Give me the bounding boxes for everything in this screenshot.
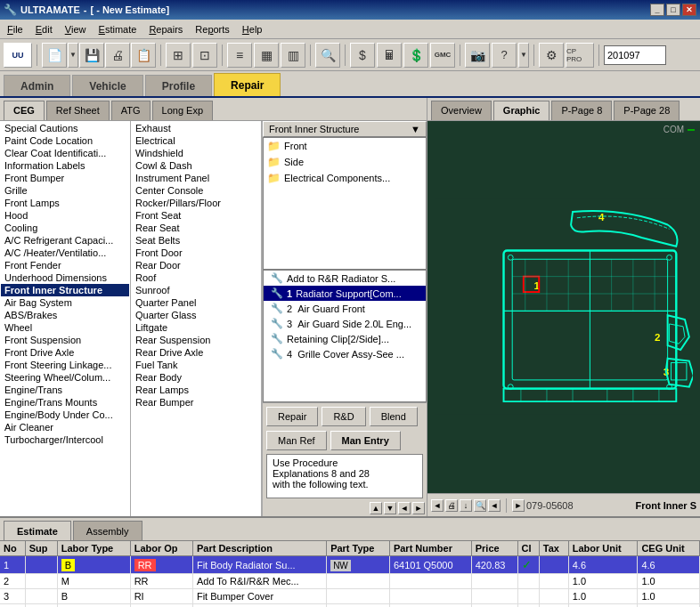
minimize-button[interactable]: _ bbox=[650, 4, 664, 16]
tb-cppro[interactable]: CP PRO bbox=[566, 43, 594, 68]
list-item[interactable]: Paint Code Location bbox=[1, 134, 129, 147]
tb-copy[interactable]: 📋 bbox=[131, 43, 156, 68]
list-item[interactable]: Information Labels bbox=[1, 159, 129, 172]
graphic-nav-print[interactable]: 🖨 bbox=[445, 499, 458, 512]
list-item[interactable]: Rear Bumper bbox=[132, 396, 260, 409]
dropdown-item-front[interactable]: 📁 Front bbox=[264, 138, 426, 154]
repair-button[interactable]: Repair bbox=[266, 407, 318, 426]
scroll-up[interactable]: ▲ bbox=[370, 502, 382, 514]
list-item[interactable]: Underhood Dimensions bbox=[1, 271, 129, 284]
list-item[interactable]: Rear Door bbox=[132, 259, 260, 271]
right-tab-ppage28[interactable]: P-Page 28 bbox=[614, 101, 680, 120]
tb-btn7[interactable]: ≡ bbox=[227, 43, 252, 68]
menu-repairs[interactable]: Repairs bbox=[143, 20, 188, 38]
list-item[interactable]: Front Drive Axle bbox=[1, 346, 129, 359]
dropdown-header[interactable]: Front Inner Structure ▼ bbox=[263, 121, 427, 137]
sub-list-item[interactable]: 🔧 Add to R&R Radiator S... bbox=[264, 271, 426, 286]
tab-profile[interactable]: Profile bbox=[145, 75, 212, 96]
est-tab-assembly[interactable]: Assembly bbox=[73, 521, 142, 540]
graphic-nav-zoom[interactable]: 🔍 bbox=[474, 499, 486, 512]
tb-tools[interactable]: ⚙ bbox=[539, 43, 564, 68]
list-item[interactable]: Windshield bbox=[132, 147, 260, 159]
tb-btn9[interactable]: ▥ bbox=[281, 43, 305, 68]
table-row[interactable]: 2 M RR Add To R&I/R&R Mec... 1.0 1.0 bbox=[0, 574, 700, 589]
list-item[interactable]: Front Seat bbox=[132, 209, 260, 222]
tab-admin[interactable]: Admin bbox=[4, 75, 70, 96]
list-item[interactable]: Liftgate bbox=[132, 321, 260, 334]
tb-gmc[interactable]: GMC bbox=[430, 43, 455, 68]
list-item[interactable]: Exhaust bbox=[132, 122, 260, 134]
list-item[interactable]: Roof bbox=[132, 271, 260, 284]
tb-dollar[interactable]: $ bbox=[350, 43, 375, 68]
list-item[interactable]: Quarter Glass bbox=[132, 309, 260, 321]
close-button[interactable]: ✕ bbox=[682, 4, 696, 16]
list-item[interactable]: Sunroof bbox=[132, 284, 260, 296]
list-item[interactable]: Air Cleaner bbox=[1, 421, 129, 433]
sub-tab-refsheet[interactable]: Ref Sheet bbox=[46, 101, 110, 120]
sub-tab-longexp[interactable]: Long Exp bbox=[152, 101, 213, 120]
right-tab-overview[interactable]: Overview bbox=[431, 101, 492, 120]
menu-estimate[interactable]: Estimate bbox=[94, 20, 142, 38]
dropdown-item-side[interactable]: 📁 Side bbox=[264, 154, 426, 170]
sub-list-item[interactable]: 🔧 3 Air Guard Side 2.0L Eng... bbox=[264, 316, 426, 331]
graphic-nav-left[interactable]: ◄ bbox=[431, 499, 444, 512]
list-item[interactable]: Rear Seat bbox=[132, 222, 260, 234]
restore-button[interactable]: □ bbox=[666, 4, 680, 16]
list-item[interactable]: Rocker/Pillars/Floor bbox=[132, 197, 260, 209]
tb-question[interactable]: ? bbox=[492, 43, 517, 68]
list-item[interactable]: A/C /Heater/Ventilatio... bbox=[1, 247, 129, 259]
list-item[interactable]: Front Lamps bbox=[1, 197, 129, 209]
scroll-down[interactable]: ▼ bbox=[384, 502, 396, 514]
scroll-left[interactable]: ◄ bbox=[398, 502, 411, 514]
list-item[interactable]: Front Suspension bbox=[1, 334, 129, 346]
tb-money[interactable]: 💲 bbox=[403, 43, 428, 68]
list-item[interactable]: Rear Body bbox=[132, 371, 260, 384]
list-item[interactable]: Center Console bbox=[132, 184, 260, 197]
tb-zoom[interactable]: 🔍 bbox=[315, 43, 340, 68]
list-item[interactable]: Air Bag System bbox=[1, 296, 129, 309]
tb-save[interactable]: 💾 bbox=[79, 43, 104, 68]
tb-camera[interactable]: 📷 bbox=[465, 43, 490, 68]
list-item[interactable]: Rear Drive Axle bbox=[132, 346, 260, 359]
list-item[interactable]: Fuel Tank bbox=[132, 359, 260, 371]
table-row[interactable]: 1 B RR Fit Body Radiator Su... NW 64101 … bbox=[0, 556, 700, 574]
list-item[interactable]: Front Fender bbox=[1, 259, 129, 271]
est-tab-estimate[interactable]: Estimate bbox=[4, 521, 71, 540]
list-item[interactable]: Front Door bbox=[132, 247, 260, 259]
tb-dropdown[interactable]: ▼ bbox=[68, 43, 78, 68]
right-tab-ppage8[interactable]: P-Page 8 bbox=[551, 101, 612, 120]
list-item[interactable]: ABS/Brakes bbox=[1, 309, 129, 321]
graphic-nav-fwd[interactable]: ► bbox=[512, 499, 525, 512]
list-item[interactable]: A/C Refrigerant Capaci... bbox=[1, 234, 129, 247]
list-item[interactable]: Clear Coat Identificati... bbox=[1, 147, 129, 159]
right-tab-graphic[interactable]: Graphic bbox=[493, 101, 550, 120]
list-item[interactable]: Electrical bbox=[132, 134, 260, 147]
sub-list-item[interactable]: 🔧 4 Grille Cover Assy-See ... bbox=[264, 346, 426, 361]
list-item-selected[interactable]: Front Inner Structure bbox=[1, 284, 129, 296]
tab-repair[interactable]: Repair bbox=[214, 73, 281, 96]
list-item[interactable]: Engine/Body Under Co... bbox=[1, 409, 129, 421]
list-item[interactable]: Hood bbox=[1, 209, 129, 222]
list-item[interactable]: Turbocharger/Intercool bbox=[1, 433, 129, 446]
graphic-nav-down[interactable]: ↓ bbox=[460, 499, 472, 512]
list-item[interactable]: Front Bumper bbox=[1, 172, 129, 184]
menu-view[interactable]: View bbox=[60, 20, 92, 38]
list-item[interactable]: Rear Lamps bbox=[132, 384, 260, 396]
list-item[interactable]: Cowl & Dash bbox=[132, 159, 260, 172]
sub-list-item[interactable]: 🔧 Retaining Clip[2/Side]... bbox=[264, 331, 426, 346]
dropdown-item-electrical[interactable]: 📁 Electrical Components... bbox=[264, 170, 426, 186]
list-item[interactable]: Cooling bbox=[1, 222, 129, 234]
list-item[interactable]: Seat Belts bbox=[132, 234, 260, 247]
man-entry-button[interactable]: Man Entry bbox=[330, 431, 401, 450]
list-item[interactable]: Grille bbox=[1, 184, 129, 197]
tb-btn6[interactable]: ⊡ bbox=[192, 43, 217, 68]
list-item[interactable]: Rear Suspension bbox=[132, 334, 260, 346]
menu-reports[interactable]: Reports bbox=[190, 20, 235, 38]
blend-button[interactable]: Blend bbox=[370, 407, 418, 426]
tb-btn8[interactable]: ▦ bbox=[254, 43, 279, 68]
rand-button[interactable]: R&D bbox=[322, 407, 365, 426]
list-item[interactable]: Quarter Panel bbox=[132, 296, 260, 309]
list-item[interactable]: Engine/Trans bbox=[1, 384, 129, 396]
tab-vehicle[interactable]: Vehicle bbox=[72, 75, 142, 96]
sub-tab-atg[interactable]: ATG bbox=[111, 101, 151, 120]
